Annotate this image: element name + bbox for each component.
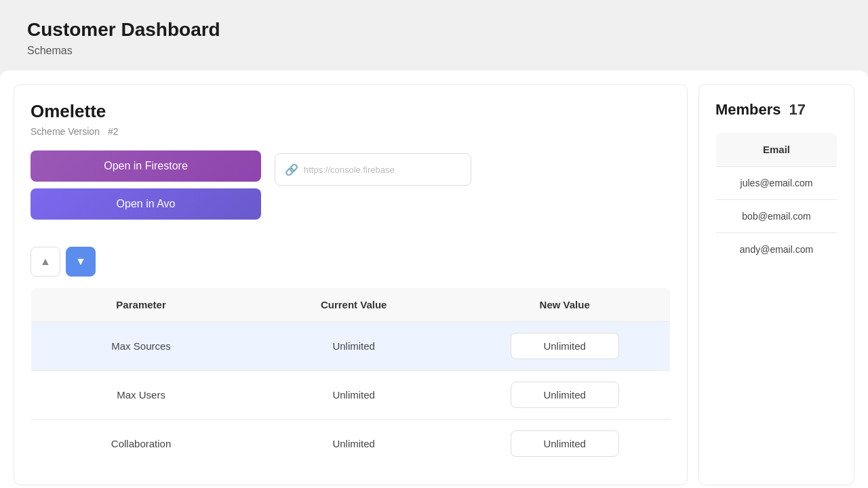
schema-version-value: #2 [108,126,119,137]
new-value-input[interactable] [511,333,619,359]
current-value-cell: Unlimited [248,371,459,420]
chevron-up-icon: ▲ [40,256,51,268]
url-placeholder-text: https://console.firebase [304,165,395,175]
open-firestore-button[interactable]: Open in Firestore [31,150,261,182]
col-header-email: Email [716,133,837,167]
member-row: bob@email.com [716,200,837,233]
email-cell: andy@email.com [716,233,837,266]
table-row: Max Sources Unlimited [31,322,671,371]
schema-version-row: Scheme Version #2 [31,126,671,137]
members-header: Members 17 [715,101,837,119]
link-icon: 🔗 [285,163,298,176]
schema-panel: Omelette Scheme Version #2 Open in Fires… [14,84,688,485]
col-header-parameter: Parameter [31,288,249,322]
page-subtitle: Schemas [27,45,841,57]
col-header-current: Current Value [248,288,459,322]
members-table: Email jules@email.combob@email.comandy@e… [715,132,837,266]
members-count: 17 [789,101,806,119]
table-row: Collaboration Unlimited [31,420,671,468]
member-row: jules@email.com [716,167,837,200]
chevron-down-icon: ▼ [75,256,86,268]
new-value-input[interactable] [511,430,619,457]
schema-table: Parameter Current Value New Value Max So… [31,287,671,468]
schema-name: Omelette [31,101,671,122]
email-cell: jules@email.com [716,167,837,200]
new-value-cell [459,420,670,468]
col-header-new: New Value [459,288,670,322]
members-panel: Members 17 Email jules@email.combob@emai… [698,84,854,485]
toggle-buttons: ▲ ▼ [31,247,671,277]
schema-version-label: Scheme Version [31,126,100,137]
firebase-url-input[interactable]: 🔗 https://console.firebase [275,153,471,186]
current-value-cell: Unlimited [248,322,459,371]
action-buttons: Open in Firestore Open in Avo [31,150,261,220]
member-row: andy@email.com [716,233,837,266]
param-cell: Collaboration [31,420,249,468]
param-cell: Max Sources [31,322,249,371]
buttons-area: Open in Firestore Open in Avo 🔗 https://… [31,150,671,233]
new-value-input[interactable] [511,382,619,408]
open-avo-button[interactable]: Open in Avo [31,188,261,220]
toggle-down-button[interactable]: ▼ [66,247,96,277]
new-value-cell [459,322,670,371]
param-cell: Max Users [31,371,249,420]
toggle-up-button[interactable]: ▲ [31,247,60,277]
table-row: Max Users Unlimited [31,371,671,420]
new-value-cell [459,371,670,420]
current-value-cell: Unlimited [248,420,459,468]
email-cell: bob@email.com [716,200,837,233]
members-title: Members [715,101,781,119]
page-title: Customer Dashboard [27,19,841,41]
